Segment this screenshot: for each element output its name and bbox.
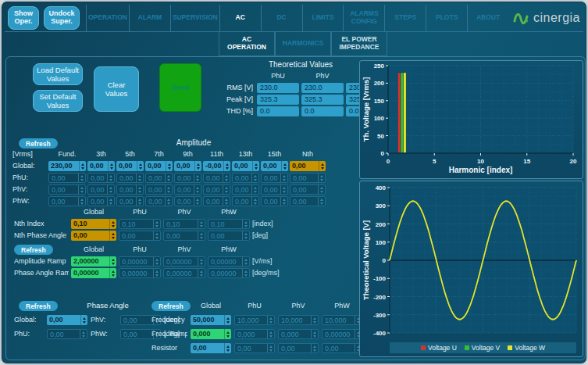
nth-nth-phase-angle-global-field[interactable]: 0,00 xyxy=(71,231,116,241)
spinner-icon[interactable] xyxy=(252,161,259,171)
amp-phw-15th-field[interactable]: 0,00 xyxy=(261,196,288,206)
spinner-icon[interactable] xyxy=(194,185,201,194)
tab-limits[interactable]: LIMITS xyxy=(302,5,344,31)
send-button[interactable]: Send xyxy=(159,63,201,112)
spinner-icon[interactable] xyxy=(318,197,325,206)
spin-down-icon[interactable] xyxy=(155,263,159,267)
tab-alarms-config[interactable]: ALARMS CONFIG xyxy=(343,5,384,31)
spin-down-icon[interactable] xyxy=(167,191,170,195)
freq-resistor-global-field[interactable]: 0,00 xyxy=(191,343,231,353)
spin-down-icon[interactable] xyxy=(254,179,257,183)
nth-nth-index-global-field[interactable]: 0,10 xyxy=(71,219,116,229)
spinner-icon[interactable] xyxy=(267,316,274,324)
amp-phw-fund-field[interactable]: 0,00 xyxy=(48,196,86,206)
spin-down-icon[interactable] xyxy=(112,237,115,241)
spin-down-icon[interactable] xyxy=(139,167,142,171)
amp-phv-3th-field[interactable]: 0,00 xyxy=(87,184,115,195)
spin-down-icon[interactable] xyxy=(167,202,170,206)
amp-phv-5th-field[interactable]: 0,00 xyxy=(116,184,144,195)
spin-up-icon[interactable] xyxy=(225,185,228,189)
spinner-icon[interactable] xyxy=(153,257,160,266)
spinner-icon[interactable] xyxy=(78,197,85,206)
amp-phw-3th-field[interactable]: 0,00 xyxy=(87,196,115,206)
spinner-icon[interactable] xyxy=(109,231,116,241)
spin-up-icon[interactable] xyxy=(244,257,248,261)
spinner-icon[interactable] xyxy=(311,344,318,352)
subtab-ac-operation[interactable]: AC OPERATION xyxy=(219,32,275,56)
spinner-icon[interactable] xyxy=(242,220,249,228)
tab-about[interactable]: ABOUT xyxy=(467,5,508,31)
spin-down-icon[interactable] xyxy=(138,202,141,206)
spin-down-icon[interactable] xyxy=(196,179,199,183)
spin-down-icon[interactable] xyxy=(244,225,248,229)
ramp-amplitude-ramp-phw-field[interactable]: 0,00000 xyxy=(208,256,250,267)
spin-down-icon[interactable] xyxy=(196,202,199,206)
spin-up-icon[interactable] xyxy=(320,197,323,201)
spin-down-icon[interactable] xyxy=(168,167,171,171)
spinner-icon[interactable] xyxy=(251,174,258,182)
spinner-icon[interactable] xyxy=(137,161,144,171)
spin-up-icon[interactable] xyxy=(82,330,85,334)
amp-phu-3th-field[interactable]: 0,00 xyxy=(87,173,115,183)
spinner-icon[interactable] xyxy=(198,257,205,266)
freq-frequency-phw-field[interactable]: 10,000 xyxy=(322,315,362,325)
amp-phw-13th-field[interactable]: 0,00 xyxy=(232,196,259,206)
spinner-icon[interactable] xyxy=(166,161,173,171)
freq-freq-ramp-phu-field[interactable]: 0,000 xyxy=(234,329,275,339)
subtab-harmonics[interactable]: HARMONICS xyxy=(275,32,331,56)
spin-down-icon[interactable] xyxy=(283,179,286,183)
amp-global-5th-field[interactable]: 0,00 xyxy=(116,161,144,171)
ramp-phase-angle-ramp-global-field[interactable]: 0,00000 xyxy=(71,268,116,278)
spinner-icon[interactable] xyxy=(311,330,318,338)
spin-down-icon[interactable] xyxy=(313,321,316,325)
spinner-icon[interactable] xyxy=(107,197,114,206)
amp-phw-7th-field[interactable]: 0,00 xyxy=(145,196,173,206)
tab-steps[interactable]: STEPS xyxy=(384,5,426,31)
spinner-icon[interactable] xyxy=(223,174,230,182)
spin-up-icon[interactable] xyxy=(313,330,316,334)
spinner-icon[interactable] xyxy=(242,231,249,240)
spin-down-icon[interactable] xyxy=(196,191,199,195)
spinner-icon[interactable] xyxy=(165,185,172,194)
spinner-icon[interactable] xyxy=(224,315,231,325)
amp-phu-11th-field[interactable]: 0,00 xyxy=(203,173,230,183)
spin-down-icon[interactable] xyxy=(244,237,248,241)
set-default-values-button[interactable]: Set Default Values xyxy=(33,90,83,112)
spin-down-icon[interactable] xyxy=(155,225,159,229)
amp-phu-fund-field[interactable]: 0,00 xyxy=(48,173,86,183)
spin-down-icon[interactable] xyxy=(320,202,323,206)
spin-down-icon[interactable] xyxy=(109,179,112,183)
spin-down-icon[interactable] xyxy=(226,349,230,353)
spin-up-icon[interactable] xyxy=(155,257,159,261)
spinner-icon[interactable] xyxy=(194,161,201,171)
amp-phv-7th-field[interactable]: 0,00 xyxy=(145,184,173,195)
spin-up-icon[interactable] xyxy=(269,330,273,334)
nth-nth-index-phv-field[interactable]: 0,10 xyxy=(163,219,205,229)
spinner-icon[interactable] xyxy=(242,269,249,277)
spinner-icon[interactable] xyxy=(198,220,205,228)
ramp-refresh-button[interactable]: Refresh xyxy=(14,245,53,255)
tab-ac[interactable]: AC xyxy=(219,5,261,31)
spin-up-icon[interactable] xyxy=(112,269,115,273)
spin-down-icon[interactable] xyxy=(80,202,84,206)
spin-up-icon[interactable] xyxy=(320,174,323,177)
spin-down-icon[interactable] xyxy=(244,274,248,278)
spin-down-icon[interactable] xyxy=(283,202,286,206)
spin-down-icon[interactable] xyxy=(155,237,159,241)
freq-resistor-phw-field[interactable]: 0,00 xyxy=(322,343,362,353)
amplitude-refresh-button[interactable]: Refresh xyxy=(19,138,58,149)
amp-phv-9th-field[interactable]: 0,00 xyxy=(174,184,201,195)
spinner-icon[interactable] xyxy=(165,197,172,206)
amp-phw-5th-field[interactable]: 0,00 xyxy=(116,196,144,206)
spin-down-icon[interactable] xyxy=(225,202,228,206)
nth-nth-phase-angle-phv-field[interactable]: 0,00 xyxy=(163,231,205,241)
spin-up-icon[interactable] xyxy=(155,231,159,235)
spin-up-icon[interactable] xyxy=(313,344,316,348)
amp-phu-15th-field[interactable]: 0,00 xyxy=(261,173,288,183)
spin-down-icon[interactable] xyxy=(225,191,228,195)
spin-up-icon[interactable] xyxy=(283,185,286,189)
amp-phu-7th-field[interactable]: 0,00 xyxy=(145,173,173,183)
spin-up-icon[interactable] xyxy=(244,220,248,224)
amp-phw-9th-field[interactable]: 0,00 xyxy=(174,196,201,206)
spin-up-icon[interactable] xyxy=(226,316,230,320)
